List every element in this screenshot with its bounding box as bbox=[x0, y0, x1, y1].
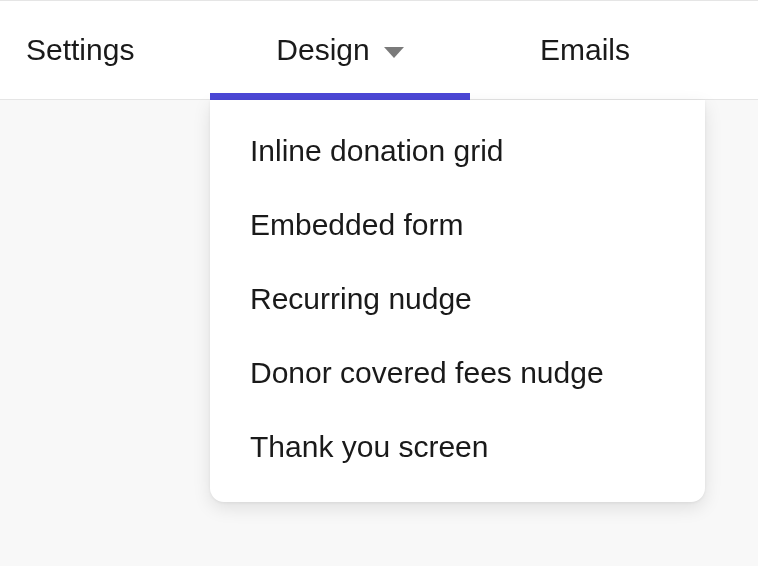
tab-settings[interactable]: Settings bbox=[0, 1, 210, 99]
dropdown-item-label: Recurring nudge bbox=[250, 282, 472, 315]
dropdown-item-label: Donor covered fees nudge bbox=[250, 356, 604, 389]
dropdown-item-label: Inline donation grid bbox=[250, 134, 504, 167]
tab-design[interactable]: Design bbox=[210, 1, 470, 99]
top-nav-bar: Settings Design Emails bbox=[0, 0, 758, 100]
tab-label-settings: Settings bbox=[26, 33, 134, 67]
dropdown-item-inline-donation-grid[interactable]: Inline donation grid bbox=[210, 114, 705, 188]
dropdown-item-label: Embedded form bbox=[250, 208, 463, 241]
dropdown-item-embedded-form[interactable]: Embedded form bbox=[210, 188, 705, 262]
dropdown-item-thank-you-screen[interactable]: Thank you screen bbox=[210, 410, 705, 484]
dropdown-item-recurring-nudge[interactable]: Recurring nudge bbox=[210, 262, 705, 336]
dropdown-item-label: Thank you screen bbox=[250, 430, 488, 463]
tab-label-design: Design bbox=[276, 33, 369, 67]
dropdown-item-donor-covered-fees-nudge[interactable]: Donor covered fees nudge bbox=[210, 336, 705, 410]
chevron-down-icon bbox=[384, 47, 404, 58]
active-tab-indicator bbox=[210, 93, 470, 100]
design-dropdown-menu: Inline donation grid Embedded form Recur… bbox=[210, 100, 705, 502]
tab-label-emails: Emails bbox=[540, 33, 630, 67]
tab-emails[interactable]: Emails bbox=[470, 1, 680, 99]
